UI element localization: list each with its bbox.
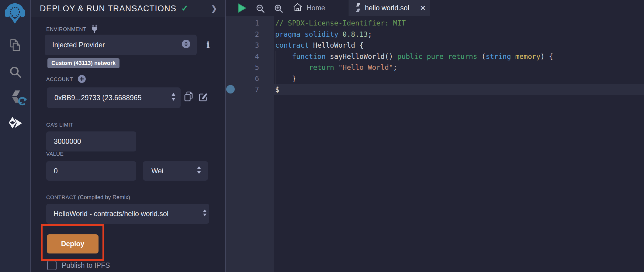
contract-selected-value: HelloWorld - contracts/hello world.sol: [46, 210, 168, 218]
value-unit-select[interactable]: Wei: [143, 161, 208, 181]
code-line[interactable]: }: [275, 73, 553, 84]
deploy-run-panel: DEPLOY & RUN TRANSACTIONS ✓ ❯ ENVIRONMEN…: [31, 0, 225, 272]
indent-guide: [275, 51, 275, 84]
stepper-updown-icon: [203, 209, 207, 219]
indent-guide: [292, 62, 292, 73]
environment-label: ENVIRONMENT: [46, 26, 86, 32]
environment-select[interactable]: Injected Provider: [45, 35, 197, 55]
edit-icon[interactable]: [198, 92, 208, 103]
line-number[interactable]: 1: [226, 18, 259, 29]
close-icon[interactable]: ✕: [420, 4, 426, 12]
line-number[interactable]: 2: [226, 29, 259, 40]
tab-home-label: Home: [306, 4, 325, 12]
contract-label: CONTRACT: [46, 195, 76, 200]
account-selected-value: 0xBB9...29733 (23.6688965: [47, 94, 141, 102]
network-badge: Custom (43113) network: [47, 58, 119, 68]
solidity-compiler-icon[interactable]: [9, 90, 27, 110]
stepper-updown-icon: [171, 92, 176, 103]
code-line[interactable]: // SPDX-License-Identifier: MIT: [275, 18, 553, 29]
chevron-right-icon[interactable]: ❯: [211, 4, 217, 13]
zoom-out-icon[interactable]: [255, 3, 265, 15]
value-amount: 0: [46, 167, 58, 175]
publish-ipfs-checkbox[interactable]: [47, 261, 57, 270]
code-line[interactable]: $: [275, 84, 553, 95]
tab-file-label: hello world.sol: [365, 4, 409, 12]
code-line[interactable]: function sayHelloWorld() public pure ret…: [275, 51, 553, 62]
publish-ipfs-label: Publish to IPFS: [62, 261, 110, 270]
account-label: ACCOUNT: [46, 76, 73, 83]
contract-note: (Compiled by Remix): [78, 194, 130, 200]
panel-title: DEPLOY & RUN TRANSACTIONS: [40, 4, 176, 13]
account-label-row: ACCOUNT: [46, 75, 86, 84]
search-icon[interactable]: [8, 65, 22, 79]
value-input[interactable]: 0: [46, 161, 136, 181]
deploy-run-icon[interactable]: [8, 116, 24, 132]
stepper-updown-icon: [196, 165, 202, 176]
contract-select[interactable]: HelloWorld - contracts/hello world.sol: [46, 204, 209, 224]
value-unit: Wei: [143, 167, 163, 175]
deploy-button[interactable]: Deploy: [47, 234, 99, 253]
code-lines[interactable]: // SPDX-License-Identifier: MITpragma so…: [275, 18, 553, 95]
gas-limit-label: GAS LIMIT: [46, 122, 73, 128]
editor-tabbar: Home hello world.sol ✕: [226, 0, 644, 16]
file-explorer-icon[interactable]: [8, 38, 22, 52]
line-number[interactable]: 3: [226, 40, 259, 51]
solidity-file-icon: [355, 3, 361, 13]
remix-app-window: DEPLOY & RUN TRANSACTIONS ✓ ❯ ENVIRONMEN…: [0, 0, 644, 272]
contract-label-row: CONTRACT (Compiled by Remix): [46, 194, 130, 201]
environment-label-row: ENVIRONMENT: [46, 24, 98, 35]
home-icon: [293, 2, 303, 14]
remix-logo[interactable]: [4, 2, 26, 25]
code-line[interactable]: pragma solidity 0.8.13;: [275, 29, 553, 40]
check-icon: ✓: [181, 4, 188, 13]
value-label: VALUE: [46, 151, 64, 157]
tab-hello-world-sol[interactable]: hello world.sol ✕: [348, 0, 430, 16]
gutter-line-numbers: 1234567: [226, 18, 259, 95]
icon-sidebar: [0, 0, 30, 272]
line-number[interactable]: 7: [226, 84, 259, 95]
run-icon[interactable]: [236, 2, 247, 15]
updown-circle-icon: [182, 39, 191, 50]
code-line[interactable]: return "Hello World";: [275, 62, 553, 73]
plus-circle-icon[interactable]: [78, 75, 86, 84]
copy-icon[interactable]: [184, 91, 193, 103]
gas-limit-value: 3000000: [46, 138, 81, 146]
line-number[interactable]: 6: [226, 73, 259, 84]
code-line[interactable]: contract HelloWorld {: [275, 40, 553, 51]
gas-limit-input[interactable]: 3000000: [46, 131, 136, 151]
line-number[interactable]: 5: [226, 62, 259, 73]
tab-home[interactable]: Home: [293, 0, 325, 16]
plug-icon: [91, 24, 98, 35]
info-icon[interactable]: i: [206, 40, 210, 50]
code-editor: Home hello world.sol ✕ 1234567 // SPDX-L…: [226, 0, 644, 272]
environment-selected-value: Injected Provider: [45, 41, 105, 49]
line-number[interactable]: 4: [226, 51, 259, 62]
panel-header: DEPLOY & RUN TRANSACTIONS ✓ ❯: [31, 0, 225, 17]
account-select[interactable]: 0xBB9...29733 (23.6688965: [47, 87, 181, 108]
zoom-in-icon[interactable]: [273, 3, 284, 15]
